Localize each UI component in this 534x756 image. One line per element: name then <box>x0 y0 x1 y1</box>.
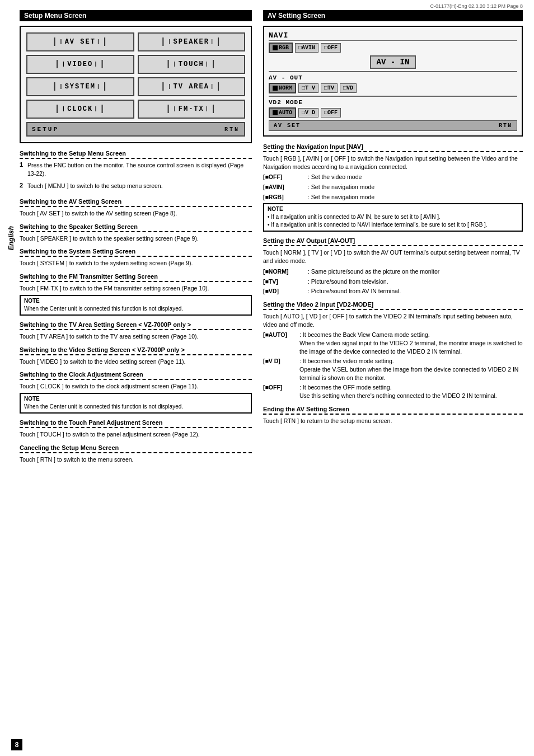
section-video: Switching to the Video Setting Screen < … <box>20 346 252 366</box>
vd2-buttons: AUTO □V D □OFF <box>269 107 517 118</box>
av-divider-2 <box>269 96 517 97</box>
section-cancel: Canceling the Setup Menu Screen Touch [ … <box>20 444 252 464</box>
speaker-button[interactable]: |SPEAKER| <box>138 32 246 51</box>
av-bottom-bar: AV SET RTN <box>269 120 517 131</box>
vd-btn-out[interactable]: □VD <box>340 83 357 93</box>
av-out-opt-vd: [■VD] : Picture/sound from AV IN termina… <box>263 287 523 295</box>
tv-btn-out[interactable]: □T V <box>298 83 318 93</box>
section-vd2: Setting the Video 2 Input [VD2-MODE] Tou… <box>263 301 523 400</box>
off-btn-navi[interactable]: □OFF <box>321 43 341 53</box>
navi-buttons-row: RGB □AVIN □OFF <box>269 43 517 53</box>
step-2: 2 Touch [ MENU ] to switch to the setup … <box>20 182 252 192</box>
av-out-label: AV - OUT <box>269 74 517 81</box>
section-av-setting: Switching to the AV Setting Screen Touch… <box>20 198 252 218</box>
av-setting-body: Touch [ AV SET ] to switch to the AV set… <box>20 209 252 218</box>
nav-note: NOTE • If a navigation unit is connected… <box>263 203 523 232</box>
section-setup-menu: Switching to the Setup Menu Screen 1 Pre… <box>20 150 252 192</box>
fm-note: NOTE When the Center unit is connected t… <box>20 295 252 316</box>
vd2-opt-off: [■OFF] : It becomes the OFF mode setting… <box>263 383 523 400</box>
sub-heading-touch: Switching to the Touch Panel Adjustment … <box>20 419 252 428</box>
fm-tx-button[interactable]: |FM-TX| <box>138 100 246 119</box>
section-tv-area: Switching to the TV Area Setting Screen … <box>20 321 252 341</box>
vd-btn-vd2[interactable]: □V D <box>298 108 318 118</box>
tv-area-button[interactable]: |TV AREA| <box>138 77 246 96</box>
sub-heading-fm: Switching to the FM Transmitter Setting … <box>20 273 252 282</box>
av-out-opt-norm: [■NORM] : Same picture/sound as the pict… <box>263 267 523 276</box>
system-body: Touch [ SYSTEM ] to switch to the system… <box>20 259 252 267</box>
section-fm-tx: Switching to the FM Transmitter Setting … <box>20 273 252 316</box>
nav-body: Touch [ RGB ], [ AVIN ] or [ OFF ] to sw… <box>263 154 523 171</box>
av-out-opt-tv: [■TV] : Picture/sound from television. <box>263 278 523 286</box>
vd2-body: Touch [ AUTO ], [ VD ] or [ OFF ] to swi… <box>263 312 523 328</box>
tv-area-body: Touch [ TV AREA ] to switch to the TV ar… <box>20 332 252 341</box>
ending-body: Touch [ RTN ] to return to the setup men… <box>263 417 523 425</box>
section-touch: Switching to the Touch Panel Adjustment … <box>20 419 252 439</box>
sub-heading-video: Switching to the Video Setting Screen < … <box>20 346 252 355</box>
av-out-body: Touch [ NORM ], [ TV ] or [ VD ] to swit… <box>263 248 523 265</box>
vd2-opt-auto: [■AUTO] : It becomes the Back View Camer… <box>263 331 523 355</box>
sidebar-language-label: English <box>6 10 17 466</box>
av-screen-mockup: NAVI RGB □AVIN □OFF AV - IN AV - OUT <box>263 26 523 137</box>
sub-heading-av-out: Setting the AV Output [AV-OUT] <box>263 237 523 246</box>
setup-label: SETUP <box>32 126 59 133</box>
section-system: Switching to the System Setting Screen T… <box>20 248 252 267</box>
sub-heading-speaker: Switching to the Speaker Setting Screen <box>20 223 252 232</box>
setup-menu-heading: Setup Menu Screen <box>20 10 252 21</box>
sub-heading-av: Switching to the AV Setting Screen <box>20 198 252 207</box>
clock-button[interactable]: |CLOCK| <box>26 100 134 119</box>
video-body: Touch [ VIDEO ] to switch to the video s… <box>20 358 252 366</box>
page-number: 8 <box>11 739 22 750</box>
rtn-label-right: RTN <box>499 123 512 129</box>
vd2-label: VD2 MODE <box>269 99 517 106</box>
fm-body: Touch [ FM-TX ] to switch to the FM tran… <box>20 284 252 293</box>
clock-body: Touch [ CLOCK ] to switch to the clock a… <box>20 382 252 391</box>
auto-btn[interactable]: AUTO <box>269 107 296 118</box>
system-button[interactable]: |SYSTEM| <box>26 77 134 96</box>
cancel-body: Touch [ RTN ] to switch to the menu scre… <box>20 456 252 464</box>
tv-btn2[interactable]: □TV <box>321 83 338 93</box>
av-set-button[interactable]: |AV SET| <box>26 32 134 51</box>
av-set-bottom: AV SET <box>274 123 301 129</box>
nav-opt-avin: [■AVIN] : Set the navigation mode <box>263 183 523 191</box>
section-speaker: Switching to the Speaker Setting Screen … <box>20 223 252 243</box>
page-header: C-01177(H)-Eng 02.3.20 3:12 PM Page 8 <box>0 0 534 10</box>
right-column: AV Setting Screen NAVI RGB □AVIN □OFF AV… <box>257 10 528 466</box>
sub-heading-tv-area: Switching to the TV Area Setting Screen … <box>20 321 252 330</box>
nav-opt-rgb: [■RGB] : Set the navigation mode <box>263 193 523 201</box>
sub-heading-system: Switching to the System Setting Screen <box>20 248 252 257</box>
norm-btn[interactable]: NORM <box>269 83 296 93</box>
menu-grid: |AV SET| |SPEAKER| |VIDEO| |TOUCH| |SYST… <box>26 32 245 119</box>
speaker-body: Touch [ SPEAKER ] to switch to the speak… <box>20 234 252 243</box>
step-1: 1 Press the FNC button on the monitor. T… <box>20 161 252 180</box>
setup-menu-screen-mockup: |AV SET| |SPEAKER| |VIDEO| |TOUCH| |SYST… <box>20 26 252 143</box>
av-in-display: AV - IN <box>269 55 517 69</box>
vd2-opt-vd: [■V D] : It becomes the video mode setti… <box>263 357 523 382</box>
av-setting-heading: AV Setting Screen <box>263 10 523 21</box>
nav-opt-off: [■OFF] : Set the video mode <box>263 173 523 181</box>
sub-heading-clock: Switching to the Clock Adjustment Screen <box>20 371 252 380</box>
avin-btn[interactable]: □AVIN <box>295 43 318 53</box>
touch-body: Touch [ TOUCH ] to switch to the panel a… <box>20 430 252 439</box>
av-divider-1 <box>269 71 517 72</box>
section-clock: Switching to the Clock Adjustment Screen… <box>20 371 252 414</box>
clock-note: NOTE When the Center unit is connected t… <box>20 393 252 414</box>
sub-heading-ending: Ending the AV Setting Screen <box>263 406 523 415</box>
sub-heading-cancel: Canceling the Setup Menu Screen <box>20 444 252 453</box>
rtn-label-left: RTN <box>224 126 240 133</box>
section-nav-input: Setting the Navigation Input [NAV] Touch… <box>263 143 523 232</box>
av-out-buttons: NORM □T V □TV □VD <box>269 83 517 93</box>
rgb-btn[interactable]: RGB <box>269 43 293 53</box>
setup-bottom-bar: SETUP RTN <box>26 122 245 137</box>
sub-heading-vd2: Setting the Video 2 Input [VD2-MODE] <box>263 301 523 310</box>
sub-heading-nav: Setting the Navigation Input [NAV] <box>263 143 523 152</box>
left-column: Setup Menu Screen |AV SET| |SPEAKER| |VI… <box>17 10 257 466</box>
section-av-output: Setting the AV Output [AV-OUT] Touch [ N… <box>263 237 523 295</box>
navi-label: NAVI <box>269 31 517 41</box>
off-btn-vd2[interactable]: □OFF <box>321 108 341 118</box>
sub-heading-setup: Switching to the Setup Menu Screen <box>20 150 252 159</box>
video-button[interactable]: |VIDEO| <box>26 55 134 74</box>
section-ending-av: Ending the AV Setting Screen Touch [ RTN… <box>263 406 523 425</box>
touch-button[interactable]: |TOUCH| <box>138 55 246 74</box>
